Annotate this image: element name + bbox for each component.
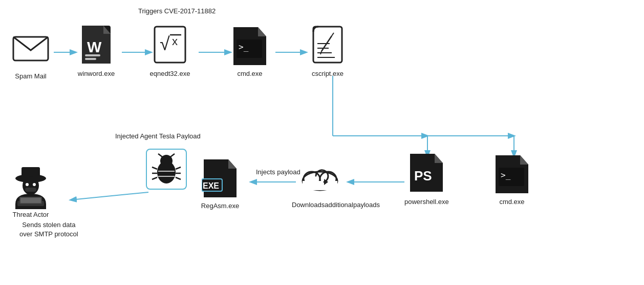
node-bug [146, 149, 187, 190]
svg-text:W: W [87, 38, 102, 55]
annotation-sends: Sends stolen dataover SMTP protocol [19, 220, 78, 239]
cmd-top-label: cmd.exe [237, 70, 262, 77]
node-regasm: EXE RegAsm.exe [200, 158, 241, 210]
threat-actor-label: Threat Actor [13, 211, 49, 218]
annotation-triggers: Triggers CVE-2017-11882 [138, 7, 216, 15]
svg-line-50 [158, 154, 162, 157]
svg-text:>_: >_ [239, 42, 249, 52]
cmd-bottom-label: cmd.exe [499, 198, 524, 206]
regasm-icon: EXE [200, 158, 241, 199]
node-winword: W winword.exe [76, 26, 117, 77]
svg-text:>_: >_ [501, 170, 511, 180]
node-cscript: cscript.exe [307, 26, 348, 77]
node-spam-mail: Spam Mail [10, 28, 51, 80]
svg-point-66 [23, 176, 39, 195]
svg-line-57 [176, 177, 181, 179]
svg-marker-36 [435, 154, 443, 163]
svg-text:PS: PS [414, 168, 432, 184]
winword-icon: W [76, 26, 117, 67]
cloud-icon [299, 158, 340, 199]
node-powershell: PS powershell.exe [404, 154, 449, 206]
cloud-label: Downloadsadditionalpayloads [292, 201, 348, 210]
svg-line-51 [170, 154, 175, 157]
svg-rect-70 [25, 188, 36, 192]
svg-rect-17 [85, 54, 100, 56]
eqnedt-label: eqnedt32.exe [150, 70, 190, 77]
regasm-label: RegAsm.exe [201, 202, 239, 210]
node-eqnedt: √ x eqnedt32.exe [149, 26, 190, 77]
svg-marker-61 [228, 159, 237, 169]
cmd-top-icon: >_ [229, 26, 270, 67]
cmd-bottom-icon: >_ [491, 154, 532, 195]
svg-rect-69 [20, 198, 41, 203]
svg-text:√: √ [160, 33, 170, 54]
node-threat-actor: Threat Actor [10, 167, 51, 218]
threat-actor-icon [10, 167, 51, 208]
svg-line-55 [176, 167, 181, 169]
svg-rect-19 [155, 27, 185, 63]
svg-line-52 [152, 167, 157, 169]
eqnedt-icon: √ x [149, 26, 190, 67]
node-cloud: Downloadsadditionalpayloads [292, 158, 348, 210]
svg-point-72 [33, 183, 36, 186]
svg-line-29 [332, 33, 334, 36]
cscript-label: cscript.exe [312, 70, 344, 77]
svg-marker-24 [258, 27, 266, 36]
winword-label: winword.exe [78, 70, 115, 77]
annotation-injected: Injected Agent Tesla Payload [115, 132, 201, 140]
svg-line-9 [71, 192, 148, 200]
svg-point-71 [26, 183, 29, 186]
svg-marker-40 [520, 155, 528, 165]
attack-chain-diagram: Triggers CVE-2017-11882 Injected Agent T… [0, 0, 644, 285]
svg-text:EXE: EXE [203, 181, 219, 190]
cscript-icon [307, 26, 348, 67]
node-cmd-top: >_ cmd.exe [229, 26, 270, 77]
svg-rect-46 [303, 181, 337, 190]
powershell-icon: PS [406, 154, 447, 195]
node-cmd-bottom: >_ cmd.exe [491, 154, 532, 206]
svg-rect-18 [85, 58, 96, 60]
spam-mail-icon [10, 28, 51, 69]
svg-text:x: x [172, 35, 178, 48]
svg-line-54 [152, 177, 157, 179]
spam-mail-label: Spam Mail [15, 72, 46, 80]
powershell-label: powershell.exe [404, 198, 449, 206]
bug-icon [146, 149, 187, 190]
